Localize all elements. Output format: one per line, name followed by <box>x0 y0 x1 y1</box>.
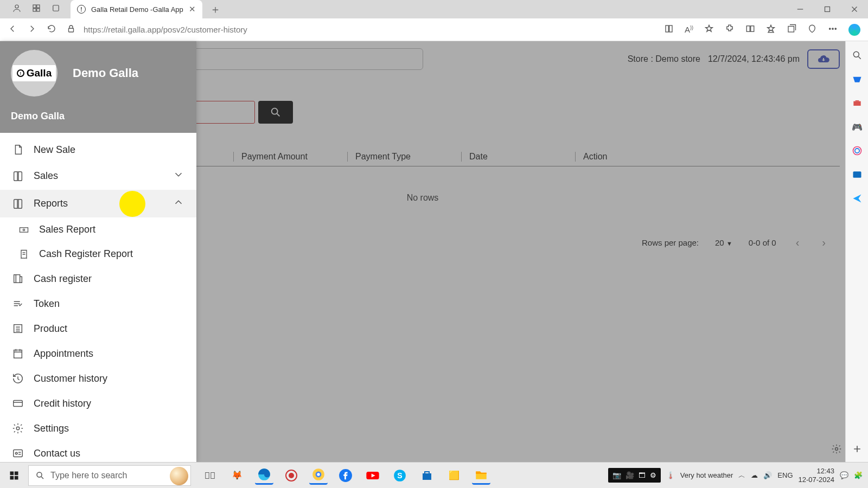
new-tab-button[interactable]: ＋ <box>210 2 221 17</box>
svg-point-26 <box>15 452 17 454</box>
split-screen-icon[interactable] <box>745 24 755 36</box>
rail-outlook-icon[interactable] <box>852 169 863 180</box>
svg-rect-20 <box>14 275 20 283</box>
volume-icon[interactable]: 🔊 <box>763 471 772 479</box>
sidebar-item-new-sale[interactable]: New Sale <box>0 137 196 162</box>
window-close-button[interactable] <box>841 0 868 18</box>
svg-point-15 <box>835 28 836 29</box>
tray-app-icon[interactable]: 🧩 <box>854 471 863 479</box>
rail-add-button[interactable] <box>852 444 863 454</box>
rail-search-icon[interactable] <box>852 50 863 61</box>
sidebar-item-contact-us[interactable]: Contact us <box>0 441 196 462</box>
svg-rect-3 <box>33 9 36 11</box>
taskbar-app-youtube[interactable] <box>363 466 382 485</box>
sidebar-item-label: Reports <box>34 198 68 209</box>
svg-rect-37 <box>10 476 14 479</box>
sidebar-item-cash-register-report[interactable]: Cash Register Report <box>0 242 196 266</box>
calendar-icon <box>12 348 24 359</box>
start-button[interactable] <box>0 463 28 489</box>
sidebar-item-sales-report[interactable]: Sales Report <box>0 217 196 242</box>
extensions-icon[interactable] <box>725 24 735 36</box>
favorites-bar-icon[interactable] <box>766 24 776 36</box>
svg-rect-1 <box>33 5 36 8</box>
sidebar-item-reports[interactable]: Reports <box>0 190 196 217</box>
svg-point-44 <box>289 473 294 478</box>
sidebar-header: !Galla Demo Galla Demo Galla <box>0 41 196 133</box>
tray-chevron-icon[interactable]: ︿ <box>738 471 745 480</box>
url-field[interactable]: https://retail.galla.app/posv2/customer-… <box>66 24 654 35</box>
taskbar-app-skype[interactable]: S <box>391 466 409 485</box>
sidebar-item-product[interactable]: Product <box>0 316 196 341</box>
sidebar-item-label: Customer history <box>34 373 107 384</box>
more-menu-icon[interactable] <box>828 24 838 36</box>
browser-tab[interactable]: ! Galla Retail Demo -Galla App ✕ <box>71 0 202 18</box>
sidebar-item-cash-register[interactable]: Cash register <box>0 266 196 291</box>
svg-rect-4 <box>37 9 40 11</box>
sidebar-item-credit-history[interactable]: Credit history <box>0 391 196 416</box>
taskbar-app-edge[interactable] <box>255 466 273 485</box>
svg-rect-38 <box>15 476 18 479</box>
browser-address-bar: https://retail.galla.app/posv2/customer-… <box>0 18 868 41</box>
tray-date: 12-07-2024 <box>799 476 835 484</box>
sidebar-item-token[interactable]: Token <box>0 291 196 316</box>
taskbar-app-store[interactable] <box>418 466 436 485</box>
rail-office-icon[interactable] <box>852 145 863 156</box>
nav-back-button[interactable] <box>8 24 17 36</box>
window-maximize-button[interactable] <box>814 0 841 18</box>
svg-rect-2 <box>37 5 40 8</box>
taskbar-app-record[interactable] <box>282 466 301 485</box>
cash-icon <box>18 224 29 235</box>
browser-essentials-icon[interactable] <box>807 24 817 36</box>
action-center-icon[interactable]: 💬 <box>840 471 848 479</box>
svg-rect-41 <box>211 472 214 478</box>
language-indicator[interactable]: ENG <box>777 471 793 479</box>
collections-icon[interactable] <box>787 24 796 36</box>
nav-forward-button[interactable] <box>27 24 37 36</box>
weather-text[interactable]: Very hot weather <box>680 471 733 479</box>
task-view-button[interactable] <box>201 466 219 485</box>
sidebar-item-settings[interactable]: Settings <box>0 416 196 441</box>
sidebar-item-appointments[interactable]: Appointments <box>0 341 196 366</box>
profile-icon[interactable] <box>12 3 22 15</box>
app-available-icon[interactable] <box>664 24 674 36</box>
sidebar-item-customer-history[interactable]: Customer history <box>0 366 196 391</box>
tray-media-controls[interactable]: 📷 🎥 🗔 ⚙ <box>608 468 661 483</box>
lock-icon <box>66 24 76 35</box>
sidebar-item-sales[interactable]: Sales <box>0 162 196 190</box>
window-icon: 🗔 <box>639 471 646 479</box>
edge-sidebar: 🎮 <box>845 41 868 462</box>
register-icon <box>12 273 24 285</box>
svg-point-0 <box>15 5 18 8</box>
book-icon <box>12 170 24 182</box>
taskbar-app-firefox[interactable]: 🦊 <box>228 466 246 485</box>
svg-rect-8 <box>666 25 668 32</box>
window-minimize-button[interactable] <box>787 0 814 18</box>
sidebar-item-label: New Sale <box>34 144 75 156</box>
taskbar-app-facebook[interactable] <box>336 466 355 485</box>
sidebar-item-label: Credit history <box>34 398 91 409</box>
rail-send-icon[interactable] <box>852 193 863 204</box>
rail-tools-icon[interactable] <box>852 98 863 108</box>
chevron-up-icon <box>173 196 184 211</box>
nav-refresh-button[interactable] <box>47 24 56 36</box>
onedrive-icon[interactable]: ☁ <box>751 471 758 479</box>
copilot-icon[interactable] <box>848 24 860 36</box>
taskbar-search-input[interactable]: Type here to search <box>28 465 191 486</box>
tab-actions-icon[interactable] <box>51 3 61 15</box>
sidebar-item-label: Sales Report <box>39 224 95 235</box>
rail-shopping-icon[interactable] <box>852 74 863 85</box>
tab-close-icon[interactable]: ✕ <box>189 4 196 14</box>
taskbar-app-chrome[interactable] <box>309 466 328 485</box>
sidebar-item-label: Appointments <box>34 348 93 359</box>
read-aloud-icon[interactable]: A)) <box>685 25 693 34</box>
svg-point-14 <box>832 28 833 29</box>
taskbar-app-explorer[interactable] <box>472 466 490 485</box>
workspaces-icon[interactable] <box>31 3 41 15</box>
svg-rect-10 <box>746 25 750 31</box>
favorite-icon[interactable] <box>704 24 714 36</box>
rail-games-icon[interactable]: 🎮 <box>852 121 863 132</box>
weather-icon[interactable]: 🌡️ <box>666 471 675 479</box>
tray-clock[interactable]: 12:43 12-07-2024 <box>799 467 835 484</box>
taskbar-app-misc1[interactable]: 🟨 <box>445 466 463 485</box>
svg-point-39 <box>37 472 42 477</box>
